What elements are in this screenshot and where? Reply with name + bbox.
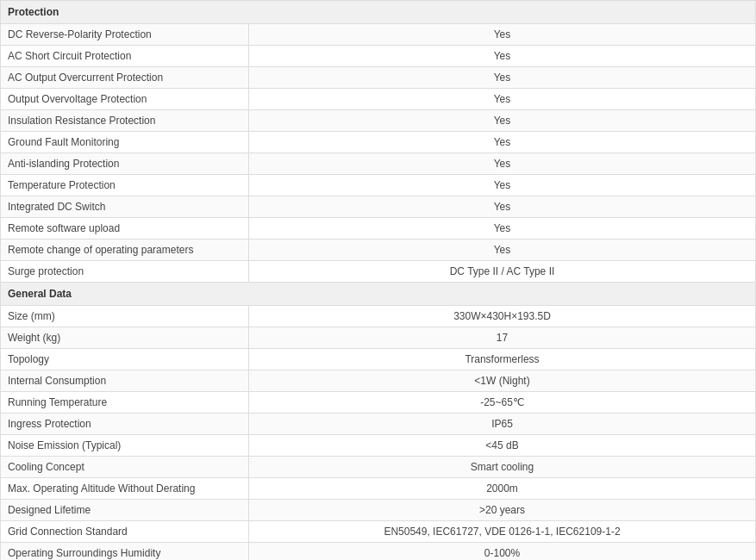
table-row: Size (mm)330W×430H×193.5D — [1, 306, 756, 327]
table-row: Surge protectionDC Type II / AC Type II — [1, 261, 756, 283]
row-label: Internal Consumption — [1, 370, 249, 392]
row-label: Ground Fault Monitoring — [1, 132, 249, 153]
row-value: Yes — [249, 67, 756, 89]
table-row: Output Overvoltage ProtectionYes — [1, 89, 756, 110]
row-label: Noise Emission (Typical) — [1, 435, 249, 457]
row-label: Designed Lifetime — [1, 500, 249, 521]
row-label: Ingress Protection — [1, 414, 249, 435]
table-row: Weight (kg)17 — [1, 327, 756, 349]
table-row: Max. Operating Altitude Without Derating… — [1, 478, 756, 500]
row-value: <1W (Night) — [249, 370, 756, 392]
table-row: Designed Lifetime>20 years — [1, 500, 756, 521]
section-title-1: General Data — [1, 283, 756, 306]
row-label: Remote software upload — [1, 218, 249, 240]
row-label: Max. Operating Altitude Without Derating — [1, 478, 249, 500]
row-value: Smart cooling — [249, 457, 756, 478]
table-row: Grid Connection StandardEN50549, IEC6172… — [1, 521, 756, 543]
row-value: Yes — [249, 240, 756, 261]
row-value: 17 — [249, 327, 756, 349]
row-label: DC Reverse-Polarity Protection — [1, 24, 249, 46]
row-value: Yes — [249, 89, 756, 110]
table-row: Noise Emission (Typical)<45 dB — [1, 435, 756, 457]
row-label: Topology — [1, 349, 249, 370]
table-row: AC Short Circuit ProtectionYes — [1, 46, 756, 67]
row-label: Size (mm) — [1, 306, 249, 327]
row-label: Insulation Resistance Protection — [1, 110, 249, 132]
table-row: Operating Surroundings Humidity0-100% — [1, 543, 756, 561]
table-row: Ingress ProtectionIP65 — [1, 414, 756, 435]
section-header-1: General Data — [1, 283, 756, 306]
row-value: Yes — [249, 132, 756, 153]
row-value: >20 years — [249, 500, 756, 521]
row-value: <45 dB — [249, 435, 756, 457]
row-label: Grid Connection Standard — [1, 521, 249, 543]
row-label: Running Temperature — [1, 392, 249, 414]
table-row: Remote change of operating parametersYes — [1, 240, 756, 261]
row-value: Yes — [249, 153, 756, 175]
table-row: Integrated DC SwitchYes — [1, 196, 756, 218]
table-row: DC Reverse-Polarity ProtectionYes — [1, 24, 756, 46]
row-label: Weight (kg) — [1, 327, 249, 349]
table-row: Cooling ConceptSmart cooling — [1, 457, 756, 478]
table-row: Temperature ProtectionYes — [1, 175, 756, 196]
row-value: 330W×430H×193.5D — [249, 306, 756, 327]
row-label: AC Short Circuit Protection — [1, 46, 249, 67]
section-title-0: Protection — [1, 1, 756, 24]
row-value: Yes — [249, 110, 756, 132]
row-label: Surge protection — [1, 261, 249, 283]
table-row: Internal Consumption<1W (Night) — [1, 370, 756, 392]
row-value: Transformerless — [249, 349, 756, 370]
row-value: EN50549, IEC61727, VDE 0126-1-1, IEC6210… — [249, 521, 756, 543]
row-value: Yes — [249, 24, 756, 46]
row-label: Operating Surroundings Humidity — [1, 543, 249, 561]
row-label: Anti-islanding Protection — [1, 153, 249, 175]
table-row: TopologyTransformerless — [1, 349, 756, 370]
table-row: Anti-islanding ProtectionYes — [1, 153, 756, 175]
row-value: 0-100% — [249, 543, 756, 561]
row-label: Output Overvoltage Protection — [1, 89, 249, 110]
row-value: -25~65℃ — [249, 392, 756, 414]
row-label: Temperature Protection — [1, 175, 249, 196]
table-row: Remote software uploadYes — [1, 218, 756, 240]
table-row: Insulation Resistance ProtectionYes — [1, 110, 756, 132]
row-value: DC Type II / AC Type II — [249, 261, 756, 283]
row-value: Yes — [249, 46, 756, 67]
row-label: Integrated DC Switch — [1, 196, 249, 218]
row-value: IP65 — [249, 414, 756, 435]
row-label: AC Output Overcurrent Protection — [1, 67, 249, 89]
table-row: AC Output Overcurrent ProtectionYes — [1, 67, 756, 89]
row-label: Remote change of operating parameters — [1, 240, 249, 261]
row-label: Cooling Concept — [1, 457, 249, 478]
table-row: Ground Fault MonitoringYes — [1, 132, 756, 153]
table-row: Running Temperature-25~65℃ — [1, 392, 756, 414]
row-value: Yes — [249, 175, 756, 196]
row-value: 2000m — [249, 478, 756, 500]
row-value: Yes — [249, 218, 756, 240]
row-value: Yes — [249, 196, 756, 218]
section-header-0: Protection — [1, 1, 756, 24]
specs-table: ProtectionDC Reverse-Polarity Protection… — [0, 0, 756, 560]
